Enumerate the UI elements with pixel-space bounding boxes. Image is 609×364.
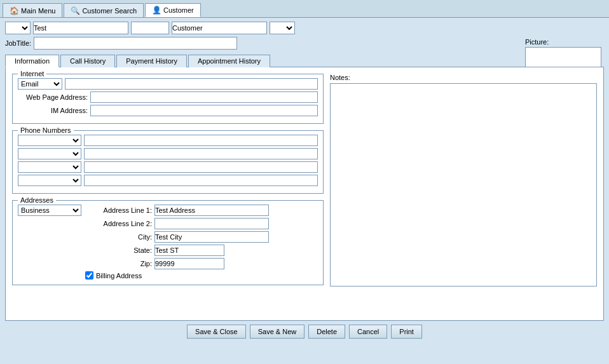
jobtitle-label: JobTitle: (5, 39, 31, 47)
addr-line2-label: Address Line 2: (85, 220, 152, 227)
form-right: Notes: (330, 74, 597, 314)
phone-type-select-1[interactable] (18, 135, 81, 146)
addr-state-label: State: (85, 246, 152, 254)
save-new-button[interactable]: Save & New (250, 325, 305, 339)
addr-line1-label: Address Line 1: (85, 206, 152, 214)
addr-city-label: City: (85, 233, 152, 241)
tab-payment-history[interactable]: Payment History (116, 55, 187, 67)
email-row: Email (18, 78, 318, 90)
tab-information-label: Information (15, 57, 50, 65)
suffix-select[interactable] (270, 22, 295, 34)
first-name-input[interactable] (33, 22, 128, 34)
delete-button[interactable]: Delete (308, 325, 345, 339)
form-columns: Internet Email Web Page Address: (12, 74, 597, 314)
bottom-toolbar: Save & Close Save & New Delete Cancel Pr… (5, 321, 604, 341)
jobtitle-row: JobTitle: (5, 37, 604, 50)
address-grid: Address Line 1: Address Line 2: City: (85, 205, 269, 280)
tab-information[interactable]: Information (5, 55, 59, 67)
phone-row-2 (18, 148, 318, 159)
email-input[interactable] (65, 78, 318, 90)
billing-label: Billing Address (96, 272, 142, 280)
phone-type-select-4[interactable] (18, 175, 81, 186)
tab-main-menu[interactable]: 🏠 Main Menu (3, 3, 62, 17)
middle-input[interactable] (131, 22, 169, 34)
phone-input-2[interactable] (84, 148, 318, 159)
addr-line1-row: Address Line 1: (85, 205, 269, 216)
addr-line2-row: Address Line 2: (85, 218, 269, 229)
addr-zip-label: Zip: (85, 260, 152, 267)
tab-customer-label: Customer (163, 6, 194, 14)
phone-section: Phone Numbers (12, 130, 324, 194)
webpage-input[interactable] (90, 91, 318, 103)
address-type-select[interactable]: Business Home Other (18, 205, 81, 216)
notes-textarea[interactable] (330, 83, 597, 286)
im-input[interactable] (90, 105, 318, 116)
form-panel: Internet Email Web Page Address: (5, 67, 604, 321)
inner-tabs: Information Call History Payment History… (5, 55, 604, 67)
person-icon: 👤 (152, 6, 161, 15)
webpage-row: Web Page Address: (18, 91, 318, 103)
name-row (5, 22, 604, 34)
billing-row: Billing Address (85, 271, 269, 280)
addr-line2-input[interactable] (154, 218, 269, 229)
tab-customer-search[interactable]: 🔍 Customer Search (64, 3, 144, 17)
cancel-button[interactable]: Cancel (349, 325, 387, 339)
addr-city-input[interactable] (154, 231, 269, 243)
address-section: Addresses Business Home Other Address Li (12, 200, 324, 285)
main-content: Picture: JobTitle: Information Call Hist… (0, 18, 609, 344)
prefix-select[interactable] (5, 22, 31, 34)
form-left: Internet Email Web Page Address: (12, 74, 324, 314)
tab-customer[interactable]: 👤 Customer (145, 3, 201, 17)
phone-legend: Phone Numbers (18, 126, 74, 134)
phone-row-3 (18, 161, 318, 173)
im-row: IM Address: (18, 105, 318, 116)
internet-section: Internet Email Web Page Address: (12, 74, 324, 124)
house-icon: 🏠 (10, 6, 18, 15)
addr-zip-input[interactable] (154, 258, 224, 269)
print-button[interactable]: Print (391, 325, 422, 339)
tab-appointment-history[interactable]: Appointment History (188, 55, 270, 67)
webpage-label: Web Page Address: (18, 93, 88, 101)
email-type-select[interactable]: Email (18, 78, 62, 90)
tab-customer-search-label: Customer Search (82, 7, 137, 15)
last-name-input[interactable] (172, 22, 267, 34)
picture-label: Picture: (525, 38, 601, 46)
phone-input-4[interactable] (84, 175, 318, 186)
phone-input-3[interactable] (84, 161, 318, 173)
tab-payment-history-label: Payment History (126, 57, 177, 65)
billing-checkbox[interactable] (85, 271, 93, 280)
tab-main-menu-label: Main Menu (21, 7, 55, 15)
phone-type-select-2[interactable] (18, 148, 81, 159)
save-close-button[interactable]: Save & Close (187, 325, 246, 339)
addr-line1-input[interactable] (154, 205, 269, 216)
addr-zip-row: Zip: (85, 258, 269, 269)
tab-appointment-history-label: Appointment History (198, 57, 261, 65)
tab-call-history-label: Call History (70, 57, 106, 65)
addr-state-row: State: (85, 245, 269, 256)
tab-bar: 🏠 Main Menu 🔍 Customer Search 👤 Customer (0, 0, 609, 18)
search-icon: 🔍 (71, 6, 79, 15)
phone-row-1 (18, 135, 318, 146)
phone-input-1[interactable] (84, 135, 318, 146)
notes-label: Notes: (330, 74, 597, 81)
phone-row-4 (18, 175, 318, 186)
addr-state-input[interactable] (154, 245, 224, 256)
im-label: IM Address: (18, 107, 88, 114)
internet-legend: Internet (18, 70, 46, 78)
address-legend: Addresses (18, 196, 56, 204)
addr-city-row: City: (85, 231, 269, 243)
phone-type-select-3[interactable] (18, 161, 81, 173)
jobtitle-input[interactable] (34, 37, 237, 50)
tab-call-history[interactable]: Call History (60, 55, 115, 67)
